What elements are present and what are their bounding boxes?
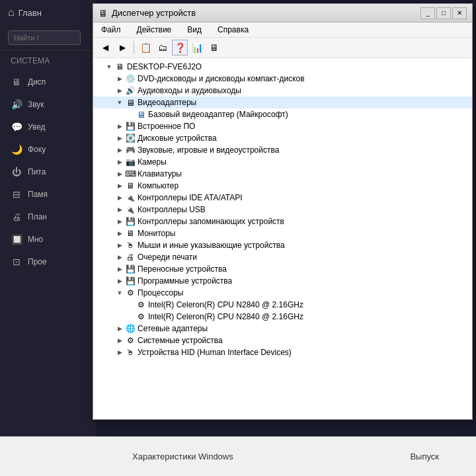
power-icon: ⏻ bbox=[11, 166, 22, 178]
pd-icon: 💾 bbox=[125, 264, 136, 274]
sg-expander[interactable]: ▶ bbox=[114, 145, 125, 155]
menu-view[interactable]: Вид bbox=[184, 24, 204, 36]
tree-basic-video[interactable]: ▶ 🖥 Базовый видеоадаптер (Майкрософт) bbox=[93, 108, 472, 120]
system-section-title: Система bbox=[0, 51, 96, 71]
tree-root[interactable]: ▼ 🖥 DESKTOP-FVE6J2O bbox=[93, 61, 472, 73]
sidebar-item-display-label: Дисп bbox=[28, 77, 46, 87]
tree-portable[interactable]: ▶ 💾 Переносные устройства bbox=[93, 263, 472, 275]
sw-expander[interactable]: ▶ bbox=[114, 276, 125, 286]
toolbar-back[interactable]: ◀ bbox=[97, 40, 113, 56]
tree-cameras[interactable]: ▶ 📷 Камеры bbox=[93, 156, 472, 168]
sidebar-item-proj-label: Прое bbox=[28, 257, 47, 266]
home-icon[interactable]: ⌂ bbox=[8, 7, 15, 19]
tree-sound[interactable]: ▶ 🎮 Звуковые, игровые и видеоустройства bbox=[93, 144, 472, 156]
sidebar-item-focus-label: Фоку bbox=[28, 145, 46, 154]
video-expander[interactable]: ▼ bbox=[114, 97, 125, 108]
menu-file[interactable]: Файл bbox=[99, 24, 124, 36]
notifications-icon: 💬 bbox=[11, 121, 22, 133]
sd-expander[interactable]: ▶ bbox=[114, 335, 125, 346]
toolbar-forward[interactable]: ▶ bbox=[114, 40, 130, 56]
tree-monitors[interactable]: ▶ 🖥 Мониторы bbox=[93, 227, 472, 239]
toolbar-update[interactable]: 🗂 bbox=[155, 40, 171, 56]
tree-audio[interactable]: ▶ 🔊 Аудиовходы и аудиовыходы bbox=[93, 85, 472, 97]
maximize-button[interactable]: □ bbox=[436, 7, 451, 19]
tree-mice[interactable]: ▶ 🖱 Мыши и иные указывающие устройства bbox=[93, 239, 472, 251]
menu-help[interactable]: Справка bbox=[215, 24, 251, 36]
sidebar-item-sound-label: Звук bbox=[28, 100, 44, 109]
tree-sysdev[interactable]: ▶ ⚙ Системные устройства bbox=[93, 335, 472, 346]
toolbar-display[interactable]: 🖥 bbox=[206, 40, 222, 56]
comp-icon: 🖥 bbox=[125, 180, 136, 191]
menu-bar: Файл Действие Вид Справка bbox=[93, 22, 472, 38]
tree-usb[interactable]: ▶ 🔌 Контроллеры USB bbox=[93, 204, 472, 216]
sw-icon: 💾 bbox=[125, 276, 136, 286]
comp-expander[interactable]: ▶ bbox=[114, 180, 125, 191]
tree-cpu2[interactable]: ▶ ⚙ Intel(R) Celeron(R) CPU N2840 @ 2.16… bbox=[93, 311, 472, 323]
ide-expander[interactable]: ▶ bbox=[114, 192, 125, 203]
mice-expander[interactable]: ▶ bbox=[114, 240, 125, 251]
tree-disk[interactable]: ▶ 💽 Дисковые устройства bbox=[93, 132, 472, 144]
tree-dvd[interactable]: ▶ 💿 DVD-дисководы и дисководы компакт-ди… bbox=[93, 73, 472, 85]
menu-action[interactable]: Действие bbox=[134, 24, 175, 36]
close-button[interactable]: ✕ bbox=[452, 7, 467, 19]
mon-expander[interactable]: ▶ bbox=[114, 228, 125, 239]
audio-expander[interactable]: ▶ bbox=[114, 85, 125, 96]
toolbar-properties[interactable]: 📋 bbox=[138, 40, 153, 56]
bottom-label1: Характеристики Windows bbox=[132, 452, 410, 461]
window-title: Диспетчер устройств bbox=[112, 8, 416, 18]
cpu1-icon: ⚙ bbox=[136, 299, 146, 310]
sc-icon: 💾 bbox=[125, 216, 136, 227]
memory-icon: ⊟ bbox=[11, 188, 22, 200]
usb-expander[interactable]: ▶ bbox=[114, 204, 125, 215]
dvd-expander[interactable]: ▶ bbox=[114, 73, 125, 84]
sidebar-item-focus[interactable]: 🌙 Фоку bbox=[0, 138, 96, 161]
sidebar-item-notifications[interactable]: 💬 Увед bbox=[0, 116, 96, 138]
mice-icon: 🖱 bbox=[125, 240, 136, 251]
tree-processors[interactable]: ▼ ⚙ Процессоры bbox=[93, 287, 472, 299]
tree-software[interactable]: ▶ 💾 Программные устройства bbox=[93, 275, 472, 287]
toolbar-help[interactable]: ❓ bbox=[172, 40, 188, 56]
video-label: Видеоадаптеры bbox=[138, 98, 196, 107]
toolbar-resources[interactable]: 📊 bbox=[189, 40, 205, 56]
root-expander[interactable]: ▼ bbox=[104, 61, 114, 72]
tree-storage[interactable]: ▶ 💾 Контроллеры запоминающих устройств bbox=[93, 216, 472, 227]
sidebar-item-display[interactable]: 🖥 Дисп bbox=[0, 71, 96, 93]
tree-cpu1[interactable]: ▶ ⚙ Intel(R) Celeron(R) CPU N2840 @ 2.16… bbox=[93, 299, 472, 311]
proc-expander[interactable]: ▼ bbox=[114, 288, 125, 298]
usb-label: Контроллеры USB bbox=[138, 205, 206, 214]
hid-expander[interactable]: ▶ bbox=[114, 347, 125, 358]
sidebar-item-multitasking[interactable]: 🖨 План bbox=[0, 206, 96, 228]
audio-icon: 🔊 bbox=[125, 85, 136, 96]
search-input[interactable] bbox=[8, 30, 81, 45]
comp-label: Компьютер bbox=[138, 181, 178, 190]
tree-keyboards[interactable]: ▶ ⌨ Клавиатуры bbox=[93, 168, 472, 180]
hid-icon: 🖱 bbox=[125, 347, 136, 358]
kb-expander[interactable]: ▶ bbox=[114, 169, 125, 179]
minimize-button[interactable]: _ bbox=[420, 7, 435, 19]
sidebar-item-display2[interactable]: 🔲 Мно bbox=[0, 228, 96, 251]
tree-computer[interactable]: ▶ 🖥 Компьютер bbox=[93, 180, 472, 192]
tree-hid[interactable]: ▶ 🖱 Устройства HID (Human Interface Devi… bbox=[93, 346, 472, 358]
root-label: DESKTOP-FVE6J2O bbox=[127, 62, 202, 71]
net-expander[interactable]: ▶ bbox=[114, 323, 125, 334]
tree-ide[interactable]: ▶ 🔌 Контроллеры IDE ATA/ATAPI bbox=[93, 192, 472, 204]
device-tree[interactable]: ▼ 🖥 DESKTOP-FVE6J2O ▶ 💿 DVD-дисководы и … bbox=[93, 58, 472, 419]
tree-network[interactable]: ▶ 🌐 Сетевые адаптеры bbox=[93, 323, 472, 335]
sidebar-item-project[interactable]: ⊡ Прое bbox=[0, 251, 96, 273]
disk-expander[interactable]: ▶ bbox=[114, 133, 125, 143]
tree-video[interactable]: ▼ 🖥 Видеоадаптеры bbox=[93, 97, 472, 108]
disk-label: Дисковые устройства bbox=[138, 134, 217, 143]
tree-print[interactable]: ▶ 🖨 Очереди печати bbox=[93, 251, 472, 263]
cam-expander[interactable]: ▶ bbox=[114, 157, 125, 167]
sidebar-item-power[interactable]: ⏻ Пита bbox=[0, 161, 96, 183]
settings-sidebar: ⌂ Главн Система 🖥 Дисп 🔊 Звук 💬 Увед 🌙 Ф… bbox=[0, 0, 96, 476]
sidebar-item-sound[interactable]: 🔊 Звук bbox=[0, 93, 96, 116]
sc-expander[interactable]: ▶ bbox=[114, 216, 125, 227]
pq-expander[interactable]: ▶ bbox=[114, 252, 125, 262]
tree-firmware[interactable]: ▶ 💾 Встроенное ПО bbox=[93, 120, 472, 132]
fw-expander[interactable]: ▶ bbox=[114, 121, 125, 132]
pd-expander[interactable]: ▶ bbox=[114, 264, 125, 274]
titlebar: 🖥 Диспетчер устройств _ □ ✕ bbox=[93, 4, 472, 22]
sidebar-item-multi2-label: Мно bbox=[28, 235, 43, 244]
sidebar-item-memory[interactable]: ⊟ Памя bbox=[0, 183, 96, 206]
